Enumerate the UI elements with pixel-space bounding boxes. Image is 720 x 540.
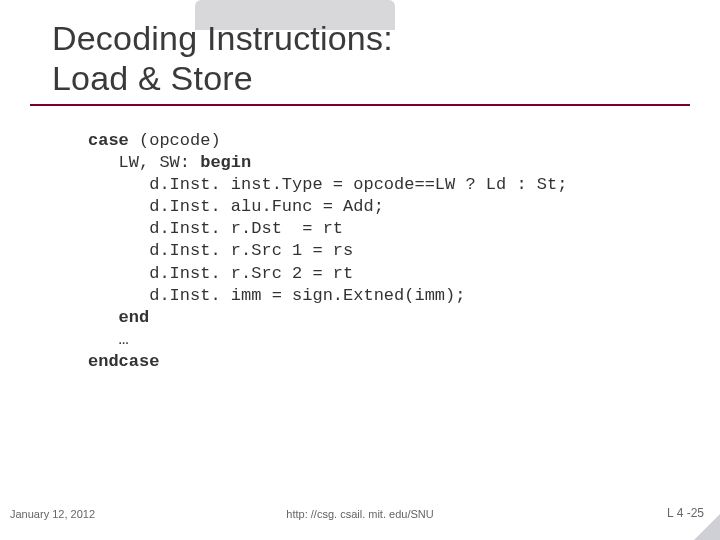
footer-url: http: //csg. csail. mit. edu/SNU — [0, 508, 720, 520]
slide-title: Decoding Instructions: Load & Store — [52, 18, 393, 98]
code-l1b: (opcode) — [129, 131, 221, 150]
code-l10: … — [88, 330, 129, 349]
code-l7: d.Inst. r.Src 2 = rt — [88, 264, 353, 283]
code-l8: d.Inst. imm = sign.Extned(imm); — [88, 286, 465, 305]
code-block: case (opcode) LW, SW: begin d.Inst. inst… — [88, 130, 567, 373]
code-l6: d.Inst. r.Src 1 = rs — [88, 241, 353, 260]
kw-begin: begin — [200, 153, 251, 172]
title-line-1: Decoding Instructions: — [52, 19, 393, 57]
code-l2a: LW, SW: — [88, 153, 200, 172]
page-curl-icon — [694, 514, 720, 540]
title-line-2: Load & Store — [52, 59, 253, 97]
kw-case: case — [88, 131, 129, 150]
code-l4: d.Inst. alu.Func = Add; — [88, 197, 384, 216]
kw-endcase: endcase — [88, 352, 159, 371]
title-underline — [30, 104, 690, 106]
kw-end: end — [88, 308, 149, 327]
code-l3: d.Inst. inst.Type = opcode==LW ? Ld : St… — [88, 175, 567, 194]
code-l5: d.Inst. r.Dst = rt — [88, 219, 343, 238]
